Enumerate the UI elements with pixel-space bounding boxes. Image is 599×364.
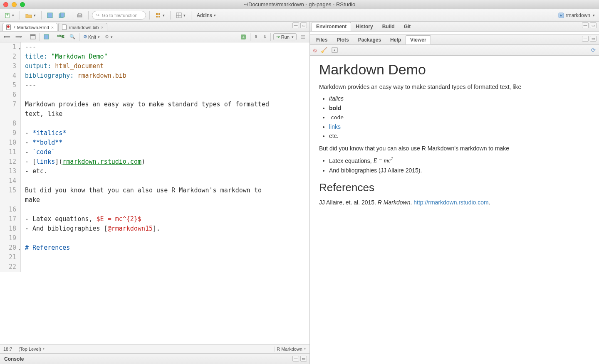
find-replace-button[interactable]: 🔍: [68, 33, 77, 40]
run-button[interactable]: ➔Run: [273, 33, 297, 40]
project-menu[interactable]: R rmarkdown: [558, 12, 597, 18]
svg-text:+: +: [6, 12, 9, 17]
panes-layout-button[interactable]: [174, 11, 188, 20]
environment-pane-tabs: Environment History Build Git — ▭: [310, 22, 599, 32]
tab-git[interactable]: Git: [399, 22, 416, 31]
tab-help[interactable]: Help: [386, 35, 406, 44]
svg-text:R: R: [559, 13, 562, 18]
tab-plots[interactable]: Plots: [332, 35, 353, 44]
preview-list: italics bold code links etc.: [329, 94, 590, 140]
svg-rect-8: [158, 13, 160, 15]
viewer-toolbar: ⦸ 🧹 ⟳: [310, 45, 599, 56]
preview-heading: Markdown Demo: [319, 61, 590, 78]
minimize-pane-icon[interactable]: —: [582, 22, 589, 28]
addins-menu[interactable]: Addins: [195, 11, 218, 20]
file-icon: [62, 25, 67, 30]
maximize-pane-icon[interactable]: ▭: [300, 22, 307, 28]
tools-grid-button[interactable]: [153, 11, 167, 20]
svg-rect-4: [60, 13, 64, 17]
editor-statusbar: 18:7 (Top Level) ￪ R Markdown ￪: [0, 344, 309, 353]
close-tab-icon[interactable]: ×: [101, 25, 103, 30]
window-title: ~/Documents/rmarkdown - gh-pages - RStud…: [244, 1, 355, 7]
tab-rmarkdown-bib[interactable]: rmarkdown.bib ×: [58, 23, 107, 31]
viewer-content: Markdown Demo Markdown provides an easy …: [310, 56, 599, 364]
minimize-pane-icon[interactable]: —: [292, 22, 299, 28]
window-titlebar: ~/Documents/rmarkdown - gh-pages - RStud…: [0, 0, 599, 9]
tab-7-markdown-rmd[interactable]: 7-Markdown.Rmd ×: [2, 23, 57, 31]
insert-chunk-button[interactable]: +: [238, 33, 248, 41]
save-document-button[interactable]: [42, 33, 50, 40]
forward-button[interactable]: ⟹: [14, 33, 23, 40]
save-button[interactable]: [45, 11, 55, 20]
viewer-pane-tabs: Files Plots Packages Help Viewer — ▭: [310, 35, 599, 45]
source-tabs: 7-Markdown.Rmd × rmarkdown.bib × — ▭: [0, 22, 309, 32]
svg-rect-9: [156, 16, 158, 17]
cursor-position: 18:7: [3, 347, 12, 352]
window-maximize-button[interactable]: [20, 2, 25, 7]
tab-files[interactable]: Files: [312, 35, 332, 44]
maximize-pane-icon[interactable]: ▭: [300, 356, 307, 362]
open-in-browser-button[interactable]: [332, 47, 338, 53]
window-close-button[interactable]: [3, 2, 8, 7]
prev-chunk-button[interactable]: ⇧: [253, 33, 259, 40]
new-file-button[interactable]: +: [2, 11, 16, 20]
language-mode-selector[interactable]: R Markdown ￪: [277, 347, 306, 352]
clear-viewer-button[interactable]: 🧹: [321, 47, 327, 53]
refresh-viewer-button[interactable]: ⟳: [591, 47, 596, 53]
goto-arrow-icon: ↪: [96, 12, 99, 18]
maximize-pane-icon[interactable]: ▭: [590, 36, 597, 42]
rmd-file-icon: [6, 25, 11, 30]
source-editor[interactable]: 1▾--- 2title: "Markdown Demo" 3output: h…: [0, 42, 309, 344]
svg-rect-10: [158, 16, 160, 17]
maximize-pane-icon[interactable]: ▭: [590, 22, 597, 28]
open-file-button[interactable]: [23, 11, 38, 20]
tab-build[interactable]: Build: [378, 22, 399, 31]
preview-paragraph: But did you know that you can also use R…: [319, 144, 590, 152]
project-icon: R: [558, 12, 564, 18]
svg-rect-7: [156, 13, 158, 15]
preview-list: Latex equations, E = mc2 And bibliograph…: [329, 156, 590, 175]
svg-rect-6: [78, 13, 81, 15]
next-chunk-button[interactable]: ⇩: [262, 33, 268, 40]
preview-ref-link[interactable]: http://rmarkdown.rstudio.com: [413, 199, 489, 206]
console-pane-header[interactable]: Console — ▭: [0, 353, 309, 364]
spellcheck-button[interactable]: ᴬᴮᕒ: [56, 33, 66, 40]
scope-selector[interactable]: (Top Level) ￪: [18, 347, 45, 352]
main-toolbar: + ↪ Go to file/function Addins R rmarkdo…: [0, 9, 599, 22]
save-all-button[interactable]: [57, 11, 67, 20]
back-button[interactable]: ⟸: [2, 33, 12, 40]
svg-text:+: +: [242, 34, 245, 39]
close-tab-icon[interactable]: ×: [51, 25, 54, 30]
preview-reference: JJ Allaire, et. al. 2015. R Markdown. ht…: [319, 198, 590, 207]
minimize-pane-icon[interactable]: —: [292, 356, 299, 362]
document-outline-button[interactable]: [299, 33, 307, 40]
preview-link-links[interactable]: links: [329, 123, 341, 130]
preview-heading-references: References: [319, 181, 590, 194]
svg-rect-17: [30, 34, 35, 36]
tab-history[interactable]: History: [351, 22, 377, 31]
print-button[interactable]: [74, 11, 85, 20]
svg-rect-2: [47, 13, 52, 18]
goto-file-input[interactable]: ↪ Go to file/function: [92, 11, 146, 20]
window-minimize-button[interactable]: [12, 2, 17, 7]
show-in-new-window-button[interactable]: [29, 33, 37, 40]
minimize-pane-icon[interactable]: —: [582, 36, 589, 42]
editor-toolbar: ⟸ ⟹ ᴬᴮᕒ 🔍 ⚙Knit ⚙ + ⇧ ⇩ ➔Run: [0, 32, 309, 42]
tab-packages[interactable]: Packages: [354, 35, 386, 44]
tab-viewer[interactable]: Viewer: [406, 35, 431, 44]
preview-paragraph: Markdown provides an easy way to make st…: [319, 83, 590, 91]
svg-rect-18: [44, 34, 49, 39]
knit-button[interactable]: ⚙Knit: [82, 33, 101, 40]
remove-viewer-item-button[interactable]: ⦸: [313, 47, 317, 54]
tab-environment[interactable]: Environment: [312, 22, 351, 31]
document-options-button[interactable]: ⚙: [104, 33, 114, 40]
